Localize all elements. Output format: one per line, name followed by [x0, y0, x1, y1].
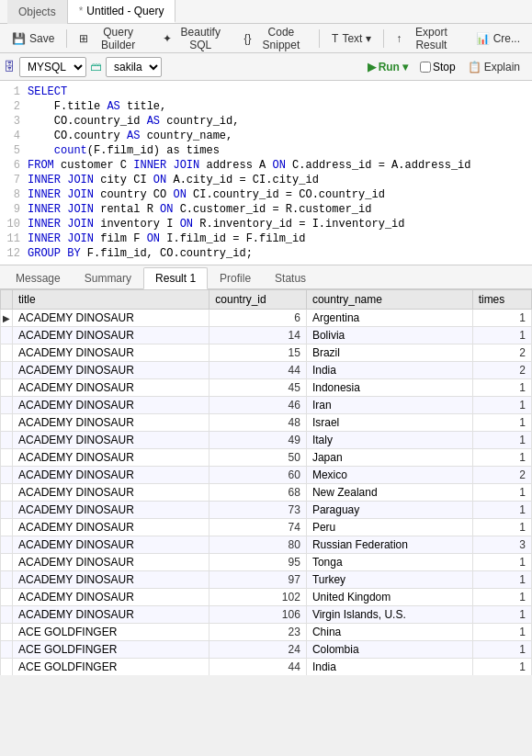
table-row[interactable]: ACADEMY DINOSAUR95Tonga1 [1, 554, 532, 571]
table-row[interactable]: ACADEMY DINOSAUR106Virgin Islands, U.S.1 [1, 606, 532, 624]
query-tab[interactable]: * Untitled - Query [68, 0, 176, 23]
table-row[interactable]: ACADEMY DINOSAUR74Peru1 [1, 519, 532, 536]
run-icon: ▶ [368, 61, 376, 73]
code-snippet-button[interactable]: {} Code Snippet [236, 22, 316, 55]
cell-title: ACADEMY DINOSAUR [13, 327, 209, 344]
cell-country-name: India [306, 362, 472, 379]
result-tab-summary[interactable]: Summary [73, 267, 143, 288]
table-row[interactable]: ACADEMY DINOSAUR50Japan1 [1, 449, 532, 467]
export-result-button[interactable]: ↑ Export Result [388, 22, 465, 55]
cell-country-name: Russian Federation [306, 536, 472, 554]
table-row[interactable]: ACADEMY DINOSAUR97Turkey1 [1, 571, 532, 589]
cell-times: 1 [472, 554, 531, 571]
result-tab-result-1[interactable]: Result 1 [143, 267, 208, 289]
text-label: Text [342, 32, 362, 45]
cell-title: ACADEMY DINOSAUR [13, 414, 209, 432]
table-row[interactable]: ACE GOLDFINGER24Colombia1 [1, 641, 532, 659]
cell-country-id: 46 [209, 397, 307, 414]
line-content: INNER JOIN inventory I ON R.inventory_id… [28, 217, 532, 231]
col-header-country_id[interactable]: country_id [209, 290, 307, 310]
sql-editor[interactable]: 1SELECT2 F.title AS title,3 CO.country_i… [0, 81, 532, 265]
table-row[interactable]: ▶ACADEMY DINOSAUR6Argentina1 [1, 310, 532, 327]
cell-country-id: 80 [209, 536, 307, 554]
db-type-select[interactable]: MYSQL [19, 57, 86, 77]
query-builder-button[interactable]: ⊞ Query Builder [71, 22, 153, 55]
table-row[interactable]: ACADEMY DINOSAUR68New Zealand1 [1, 484, 532, 502]
table-row[interactable]: ACADEMY DINOSAUR80Russian Federation3 [1, 536, 532, 554]
result-tab-message[interactable]: Message [4, 267, 73, 288]
row-arrow-cell [1, 484, 13, 502]
table-row[interactable]: ACADEMY DINOSAUR48Israel1 [1, 414, 532, 432]
line-number: 9 [0, 202, 28, 217]
line-number: 8 [0, 187, 28, 202]
code-snippet-icon: {} [244, 32, 252, 45]
cell-country-id: 73 [209, 502, 307, 519]
cell-country-name: Virgin Islands, U.S. [306, 606, 472, 624]
cell-times: 1 [472, 379, 531, 397]
table-row[interactable]: ACADEMY DINOSAUR45Indonesia1 [1, 379, 532, 397]
line-number: 2 [0, 99, 28, 114]
result-tab-profile[interactable]: Profile [208, 267, 263, 288]
table-row[interactable]: ACADEMY DINOSAUR15Brazil2 [1, 344, 532, 362]
cell-times: 1 [472, 310, 531, 327]
tab-modified-indicator: * [79, 5, 84, 17]
table-row[interactable]: ACADEMY DINOSAUR46Iran1 [1, 397, 532, 414]
row-arrow-cell [1, 624, 13, 641]
sql-line: 8INNER JOIN country CO ON CI.country_id … [0, 187, 532, 202]
separator-2 [319, 29, 320, 48]
export-icon: ↑ [396, 32, 402, 45]
table-row[interactable]: ACADEMY DINOSAUR44India2 [1, 362, 532, 379]
cell-country-name: Colombia [306, 641, 472, 659]
results-container[interactable]: titlecountry_idcountry_nametimes ▶ACADEM… [0, 289, 532, 675]
line-content: CO.country AS country_name, [28, 129, 532, 143]
explain-button[interactable]: 📋 Explain [459, 58, 528, 76]
objects-tab[interactable]: Objects [7, 0, 68, 24]
cell-country-id: 24 [209, 641, 307, 659]
table-row[interactable]: ACADEMY DINOSAUR49Italy1 [1, 432, 532, 449]
table-row[interactable]: ACADEMY DINOSAUR73Paraguay1 [1, 502, 532, 519]
col-header-title[interactable]: title [13, 290, 209, 310]
cell-times: 1 [472, 519, 531, 536]
separator-3 [383, 29, 384, 48]
table-row[interactable]: ACADEMY DINOSAUR102United Kingdom1 [1, 589, 532, 606]
row-arrow-cell [1, 362, 13, 379]
run-button[interactable]: ▶ Run ▾ [359, 58, 416, 76]
table-row[interactable]: ACADEMY DINOSAUR14Bolivia1 [1, 327, 532, 344]
cell-country-name: China [306, 624, 472, 641]
cell-title: ACADEMY DINOSAUR [13, 362, 209, 379]
table-row[interactable]: ACE GOLDFINGER23China1 [1, 624, 532, 641]
row-arrow-icon: ▶ [3, 313, 10, 323]
col-header-country_name[interactable]: country_name [306, 290, 472, 310]
save-button[interactable]: 💾 Save [4, 28, 62, 49]
cell-times: 1 [472, 641, 531, 659]
cell-times: 1 [472, 606, 531, 624]
beautify-sql-button[interactable]: ✦ Beautify SQL [154, 22, 234, 55]
cell-title: ACADEMY DINOSAUR [13, 449, 209, 467]
create-label: Cre... [493, 32, 520, 45]
cell-title: ACADEMY DINOSAUR [13, 432, 209, 449]
db-name-select[interactable]: sakila [106, 57, 162, 77]
db-name-icon: 🗃 [90, 60, 102, 73]
cell-country-id: 44 [209, 362, 307, 379]
cell-country-name: Indonesia [306, 379, 472, 397]
export-label: Export Result [405, 26, 457, 51]
table-row[interactable]: ACADEMY DINOSAUR60Mexico2 [1, 467, 532, 484]
text-button[interactable]: T Text ▾ [323, 28, 379, 49]
create-button[interactable]: 📊 Cre... [468, 28, 528, 49]
sql-line: 10INNER JOIN inventory I ON R.inventory_… [0, 217, 532, 231]
table-row[interactable]: ACE GOLDFINGER44India1 [1, 659, 532, 676]
row-arrow-cell [1, 414, 13, 432]
stop-label: Stop [433, 61, 456, 73]
cell-country-name: India [306, 659, 472, 676]
cell-times: 2 [472, 467, 531, 484]
stop-checkbox[interactable] [420, 62, 431, 73]
row-arrow-cell [1, 606, 13, 624]
row-arrow-cell [1, 467, 13, 484]
result-tab-status[interactable]: Status [263, 267, 318, 288]
cell-country-id: 97 [209, 571, 307, 589]
col-header-times[interactable]: times [472, 290, 531, 310]
cell-times: 1 [472, 502, 531, 519]
run-dropdown-icon: ▾ [402, 61, 408, 73]
code-snippet-label: Code Snippet [255, 26, 308, 51]
cell-country-id: 14 [209, 327, 307, 344]
